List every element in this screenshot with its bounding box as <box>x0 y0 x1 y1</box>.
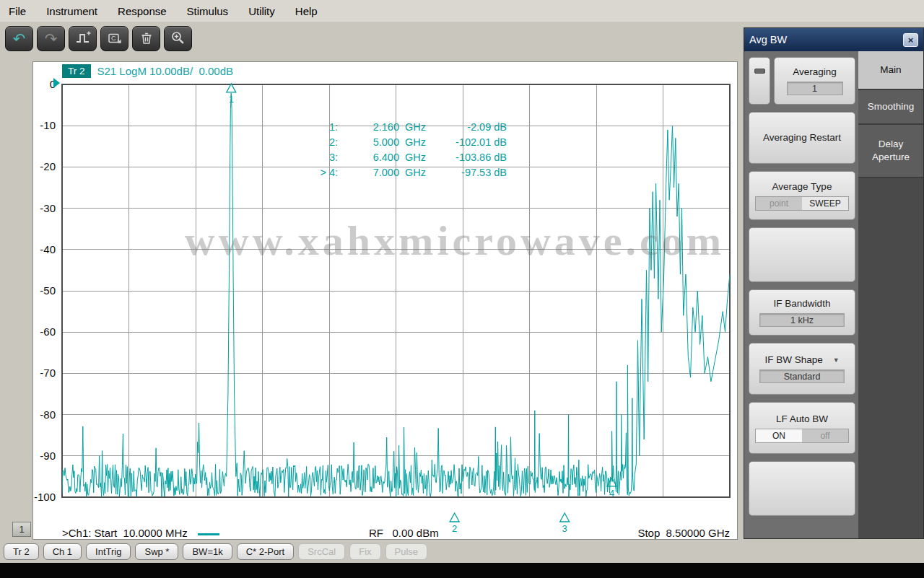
blank-softkey <box>749 227 855 282</box>
marker-id: 3: <box>308 150 338 165</box>
panel-body: Averaging 1 Averaging Restart Average Ty… <box>744 51 923 538</box>
trace-header: Tr 2 S21 LogM 10.00dB/ 0.00dB <box>62 64 233 78</box>
redo-icon: ↷ <box>45 31 58 46</box>
if-bandwidth-button[interactable]: IF Bandwidth 1 kHz <box>749 289 855 336</box>
status-button[interactable]: Ch 1 <box>43 543 82 560</box>
status-button[interactable]: C* 2-Port <box>237 543 294 560</box>
averaging-label: Averaging <box>793 66 837 77</box>
svg-text:-10: -10 <box>40 119 56 131</box>
status-button[interactable]: BW=1k <box>183 543 232 560</box>
status-button: Pulse <box>385 543 428 560</box>
average-type-sweep-option[interactable]: SWEEP <box>802 197 848 210</box>
status-bar: Tr 2Ch 1IntTrigSwp *BW=1kC* 2-PortSrcCal… <box>0 541 924 563</box>
add-marker-button[interactable] <box>69 26 97 51</box>
svg-text:-80: -80 <box>40 408 56 421</box>
status-button[interactable]: Swp * <box>135 543 178 560</box>
marker-readout-row: 1: 2.160 GHz -2.09 dB <box>308 120 507 135</box>
start-frequency-text: >Ch1: Start 10.0000 MHz <box>62 527 188 539</box>
toolbar: ↶ ↷ C <box>0 22 744 55</box>
svg-text:-20: -20 <box>40 160 56 172</box>
menu-item[interactable]: Instrument <box>46 5 97 17</box>
marker-id: > 4: <box>308 165 338 180</box>
status-button: Fix <box>349 543 380 560</box>
average-type-segmented: point SWEEP <box>755 196 849 211</box>
panel-tab[interactable]: Smoothing <box>858 90 923 125</box>
marker-readout-row: 3: 6.400 GHz -103.86 dB <box>308 150 507 165</box>
marker-frequency: 5.000 GHz <box>338 135 426 150</box>
panel-tab[interactable]: Main <box>858 51 923 90</box>
svg-text:-50: -50 <box>40 284 56 297</box>
menu-item[interactable]: Stimulus <box>187 5 229 17</box>
cal-icon: C <box>107 30 123 46</box>
delete-button[interactable] <box>132 26 160 51</box>
panel-title-bar: Avg BW × <box>744 28 923 51</box>
menu-bar: FileInstrumentResponseStimulusUtilityHel… <box>0 0 924 22</box>
status-button[interactable]: Tr 2 <box>4 543 39 560</box>
average-type-point-option[interactable]: point <box>756 197 802 210</box>
if-bw-shape-value: Standard <box>759 369 845 383</box>
marker-frequency: 2.160 GHz <box>338 120 426 135</box>
softkey-column: Averaging 1 Averaging Restart Average Ty… <box>744 51 858 538</box>
avg-bw-panel: Avg BW × Averaging 1 Averaging Restart A… <box>744 27 924 539</box>
undo-button[interactable]: ↶ <box>5 26 33 51</box>
svg-text:-40: -40 <box>40 243 56 255</box>
svg-text:-60: -60 <box>40 325 56 338</box>
svg-text:4: 4 <box>609 488 614 499</box>
trace-badge[interactable]: Tr 2 <box>62 64 91 78</box>
menu-item[interactable]: Utility <box>248 5 275 17</box>
panel-tab-strip: MainSmoothingDelay Aperture <box>858 51 923 538</box>
marker-value: -2.09 dB <box>426 120 507 135</box>
average-type-label: Average Type <box>772 181 832 192</box>
averaging-restart-label: Averaging Restart <box>763 132 841 144</box>
menu-item[interactable]: Response <box>118 5 167 17</box>
panel-tab[interactable]: Delay Aperture <box>858 125 923 178</box>
bottom-strip <box>0 563 924 578</box>
marker-readout-row: 2: 5.000 GHz -102.01 dB <box>308 135 507 150</box>
redo-button[interactable]: ↷ <box>37 26 65 51</box>
svg-text:-30: -30 <box>40 202 56 214</box>
rf-power-label: RF 0.00 dBm <box>369 527 439 539</box>
toggle-slot-icon <box>754 69 765 74</box>
plot-area: 0-10-20-30-40-50-60-70-80-90-1001234 Tr … <box>32 61 738 540</box>
average-type-button[interactable]: Average Type point SWEEP <box>749 171 855 220</box>
if-bandwidth-value: 1 kHz <box>759 313 845 327</box>
close-icon[interactable]: × <box>903 33 918 47</box>
trace-legend-dash <box>198 533 219 535</box>
marker-value: -97.53 dB <box>426 165 507 180</box>
averaging-count-value: 1 <box>787 82 843 95</box>
trace-format-label: S21 LogM 10.00dB/ 0.00dB <box>97 65 233 77</box>
undo-icon: ↶ <box>13 31 26 46</box>
marker-id: 1: <box>308 120 338 135</box>
marker-readout: 1: 2.160 GHz -2.09 dB 2: 5.000 GHz -102.… <box>308 120 507 180</box>
trash-icon <box>139 30 154 46</box>
svg-text:-70: -70 <box>40 367 56 379</box>
svg-text:C: C <box>111 35 116 42</box>
menu-item[interactable]: File <box>9 5 26 17</box>
lf-auto-bw-button[interactable]: LF Auto BW ON off <box>749 402 855 454</box>
zoom-in-icon <box>170 30 186 46</box>
status-button: SrcCal <box>298 543 345 560</box>
menu-item[interactable]: Help <box>295 5 318 17</box>
pulse-plus-icon <box>75 30 91 46</box>
lf-auto-on-option[interactable]: ON <box>756 429 802 442</box>
plot-footer: >Ch1: Start 10.0000 MHz RF 0.00 dBm Stop… <box>62 527 730 540</box>
stimulus-start-label: >Ch1: Start 10.0000 MHz <box>62 527 219 539</box>
channel-badge[interactable]: 1 <box>12 522 31 537</box>
status-button[interactable]: IntTrig <box>86 543 131 560</box>
averaging-toggle-button[interactable] <box>749 57 770 105</box>
marker-value: -102.01 dB <box>426 135 507 150</box>
marker-id: 2: <box>308 135 338 150</box>
zoom-button[interactable] <box>164 26 192 51</box>
marker-value: -103.86 dB <box>426 150 507 165</box>
if-bandwidth-label: IF Bandwidth <box>774 298 831 309</box>
cal-edit-button[interactable]: C <box>100 26 128 51</box>
averaging-restart-button[interactable]: Averaging Restart <box>749 112 855 164</box>
panel-title: Avg BW <box>749 34 787 45</box>
marker-frequency: 6.400 GHz <box>338 150 426 165</box>
marker-readout-row: > 4: 7.000 GHz -97.53 dB <box>308 165 507 180</box>
lf-auto-off-option[interactable]: off <box>802 429 848 442</box>
lf-auto-bw-label: LF Auto BW <box>776 413 828 424</box>
averaging-button[interactable]: Averaging 1 <box>774 57 855 105</box>
if-bw-shape-button[interactable]: IF BW Shape ▼ Standard <box>749 343 855 395</box>
svg-text:1: 1 <box>229 94 234 105</box>
